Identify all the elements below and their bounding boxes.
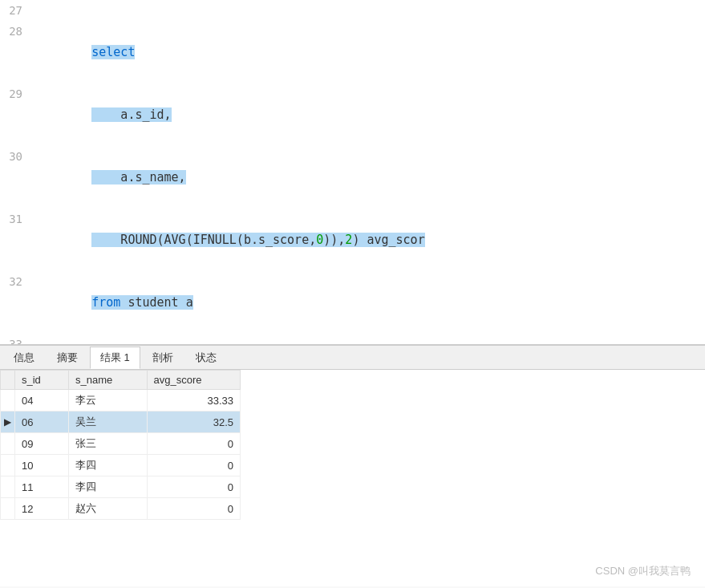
table-row[interactable]: 10 李四 0	[1, 455, 241, 476]
cell-s_id: 09	[15, 433, 69, 455]
table-row[interactable]: 09 张三 0	[1, 433, 241, 455]
col-s_name-header: s_name	[68, 371, 147, 390]
row-indicator: ▶	[1, 412, 15, 433]
line-number-31: 31	[0, 209, 34, 229]
line-number-29: 29	[0, 83, 34, 104]
tab-profiling[interactable]: 剖析	[142, 347, 184, 368]
table-row[interactable]: ▶ 06 吴兰 32.5	[1, 412, 241, 433]
cell-avg_score: 0	[147, 476, 240, 498]
bottom-panel: 信息 摘要 结果 1 剖析 状态 s_id s_name avg_score 0…	[0, 345, 705, 588]
watermark: CSDN @叫我莫言鸭	[595, 564, 691, 578]
cell-s_name: 李四	[68, 455, 147, 476]
row-indicator	[1, 390, 15, 412]
line-content-30: a.s_name,	[34, 146, 705, 209]
code-lines: 27 28 select 29 a.s_id, 30 a.s_name,	[0, 0, 705, 345]
code-line-30: 30 a.s_name,	[0, 146, 705, 209]
col-s_id-header: s_id	[15, 371, 69, 390]
line-content-28: select	[34, 21, 705, 83]
table-row[interactable]: 11 李四 0	[1, 476, 241, 498]
row-indicator	[1, 455, 15, 476]
line-number-33: 33	[0, 334, 34, 345]
cell-s_id: 06	[15, 412, 69, 433]
col-avg_score-header: avg_score	[147, 371, 240, 390]
line-number-27: 27	[0, 0, 34, 21]
cell-avg_score: 33.33	[147, 390, 240, 412]
cell-s_id: 11	[15, 476, 69, 498]
row-indicator	[1, 476, 15, 498]
tab-info[interactable]: 信息	[3, 347, 45, 368]
line-content-29: a.s_id,	[34, 83, 705, 146]
line-content-31: ROUND(AVG(IFNULL(b.s_score,0)),2) avg_sc…	[34, 209, 705, 271]
tab-status[interactable]: 状态	[185, 347, 227, 368]
cell-s_id: 12	[15, 498, 69, 520]
table-header-row: s_id s_name avg_score	[1, 371, 241, 390]
tab-result1[interactable]: 结果 1	[90, 347, 140, 369]
line-number-32: 32	[0, 271, 34, 292]
results-area[interactable]: s_id s_name avg_score 04 李云 33.33 ▶ 06 吴…	[0, 370, 705, 586]
results-table: s_id s_name avg_score 04 李云 33.33 ▶ 06 吴…	[0, 370, 241, 520]
row-indicator	[1, 498, 15, 520]
cell-s_name: 赵六	[68, 498, 147, 520]
table-row[interactable]: 12 赵六 0	[1, 498, 241, 520]
code-line-27: 27	[0, 0, 705, 21]
cell-s_name: 李云	[68, 390, 147, 412]
line-content-32: from student a	[34, 271, 705, 334]
tab-summary[interactable]: 摘要	[47, 347, 88, 368]
line-number-28: 28	[0, 21, 34, 42]
line-content-33: left join score b on a.s_id = b.s_id	[34, 334, 705, 345]
code-editor-area: 27 28 select 29 a.s_id, 30 a.s_name,	[0, 0, 705, 345]
tabs-bar: 信息 摘要 结果 1 剖析 状态	[0, 346, 705, 370]
cell-s_id: 10	[15, 455, 69, 476]
code-line-31: 31 ROUND(AVG(IFNULL(b.s_score,0)),2) avg…	[0, 209, 705, 271]
cell-avg_score: 32.5	[147, 412, 240, 433]
code-line-29: 29 a.s_id,	[0, 83, 705, 146]
cell-s_name: 吴兰	[68, 412, 147, 433]
cell-avg_score: 0	[147, 433, 240, 455]
col-indicator-header	[1, 371, 15, 390]
code-line-32: 32 from student a	[0, 271, 705, 334]
table-row[interactable]: 04 李云 33.33	[1, 390, 241, 412]
code-line-28: 28 select	[0, 21, 705, 83]
cell-avg_score: 0	[147, 455, 240, 476]
cell-s_name: 李四	[68, 476, 147, 498]
cell-avg_score: 0	[147, 498, 240, 520]
cell-s_id: 04	[15, 390, 69, 412]
code-line-33: 33 left join score b on a.s_id = b.s_id	[0, 334, 705, 345]
cell-s_name: 张三	[68, 433, 147, 455]
row-indicator	[1, 433, 15, 455]
line-number-30: 30	[0, 146, 34, 167]
